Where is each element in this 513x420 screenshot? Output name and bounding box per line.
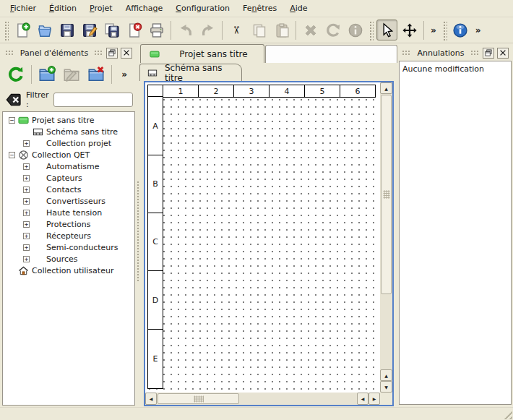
tree-item-label: Collection utilisateur	[32, 266, 113, 275]
clear-filter-icon[interactable]	[6, 92, 22, 108]
tree-item-protections[interactable]: +Protections	[4, 218, 134, 230]
scroll-left-button[interactable]: ◀	[145, 393, 157, 405]
save-as-icon	[82, 22, 98, 38]
menu-fenetres[interactable]: Fenêtres	[236, 1, 283, 16]
save-as-button[interactable]	[79, 20, 100, 40]
select-mode-button[interactable]	[376, 20, 397, 40]
close-undo-panel-button[interactable]	[497, 48, 509, 59]
tab-schema[interactable]: Schéma sans titre	[139, 64, 242, 81]
tree-item-contacts[interactable]: +Contacts	[4, 184, 134, 195]
redo-button[interactable]	[197, 20, 218, 40]
save-button[interactable]	[56, 20, 77, 40]
tree-toggle[interactable]: +	[23, 233, 30, 239]
tree-item-convertisseurs[interactable]: +Convertisseurs	[4, 195, 134, 207]
paste-button[interactable]	[271, 20, 292, 40]
tree-item-sources[interactable]: +Sources	[4, 253, 134, 265]
vertical-scrollbar[interactable]: ▲ ▲ ▼	[380, 82, 392, 393]
schema-canvas[interactable]: 123456 ABCDE	[145, 82, 380, 393]
toolbar-drag-handle[interactable]	[4, 20, 9, 40]
reload-collections-button[interactable]	[4, 63, 27, 86]
horizontal-scroll-thumb[interactable]	[158, 393, 239, 404]
tree-item-collection-utilisateur[interactable]: Collection utilisateur	[4, 265, 134, 276]
tree-item-semi-conducteurs[interactable]: +Semi-conducteurs	[4, 241, 134, 253]
filter-label: Filtrer :	[26, 90, 49, 109]
tree-toggle[interactable]: +	[23, 244, 30, 251]
toolbar-overflow-button[interactable]: »	[472, 25, 485, 35]
tree-item-projet-sans-titre[interactable]: −Projet sans titre	[4, 114, 134, 126]
vertical-scroll-thumb[interactable]	[381, 95, 392, 294]
scroll-right-button[interactable]: ▶	[368, 393, 380, 405]
scroll-up-button[interactable]: ▲	[380, 82, 392, 94]
delete-button[interactable]	[300, 20, 321, 40]
scroll-up-button-2[interactable]: ▲	[380, 369, 392, 381]
tree-item-label: Sources	[46, 254, 78, 264]
arrow-up-icon: ▲	[384, 86, 388, 91]
open-file-button[interactable]	[34, 20, 55, 40]
redo-icon	[200, 22, 216, 38]
menu-configuration[interactable]: Configuration	[169, 1, 236, 16]
float-panel-button[interactable]	[106, 48, 118, 59]
cut-button[interactable]: ✂	[226, 20, 247, 40]
grid-column-2: 2	[198, 85, 234, 98]
menu-edition[interactable]: Édition	[43, 1, 83, 16]
menu-projet[interactable]: Projet	[83, 1, 119, 16]
save-all-button[interactable]	[101, 20, 122, 40]
tree-toggle[interactable]: +	[23, 175, 30, 181]
float-undo-panel-button[interactable]	[483, 48, 494, 59]
scroll-down-button[interactable]: ▼	[380, 381, 392, 393]
close-panel-button[interactable]	[121, 48, 132, 59]
toolbar-drag-handle[interactable]	[442, 20, 447, 40]
main-toolbar: ✂»»	[0, 17, 513, 43]
delete-category-button[interactable]	[85, 63, 108, 86]
elements-panel-toolbar: »	[2, 61, 135, 88]
tree-item-collection-qet[interactable]: −Collection QET	[4, 149, 134, 160]
copy-button[interactable]	[249, 20, 270, 40]
tree-toggle[interactable]: +	[23, 198, 30, 205]
close-file-button[interactable]	[124, 20, 145, 40]
undo-icon	[178, 22, 194, 38]
undo-button[interactable]	[175, 20, 196, 40]
undo-history-entry[interactable]: Aucune modification	[402, 63, 508, 74]
tree-item-recepteurs[interactable]: +Récepteurs	[4, 230, 134, 241]
tree-item-schema-sans-titre[interactable]: Schéma sans titre	[4, 126, 134, 137]
tree-toggle[interactable]: +	[23, 140, 30, 147]
toolbar-overflow-button[interactable]: »	[118, 69, 131, 80]
new-category-button[interactable]	[35, 63, 59, 86]
tree-item-capteurs[interactable]: +Capteurs	[4, 172, 134, 184]
resize-grip[interactable]	[501, 408, 512, 419]
menu-affichage[interactable]: Affichage	[119, 1, 170, 16]
scroll-left-button-2[interactable]: ◀	[357, 393, 368, 405]
tree-toggle[interactable]: +	[23, 163, 30, 170]
tree-toggle[interactable]: +	[23, 256, 30, 262]
edit-category-button[interactable]	[60, 63, 83, 86]
tree-item-haute-tension[interactable]: +Haute tension	[4, 207, 134, 218]
tree-item-automatisme[interactable]: +Automatisme	[4, 160, 134, 172]
tree-toggle[interactable]: +	[23, 187, 30, 193]
toolbar-drag-handle[interactable]	[368, 20, 374, 40]
tab-project[interactable]: Projet sans titre	[140, 44, 264, 63]
folder-icon	[33, 254, 43, 265]
about-button[interactable]	[450, 20, 471, 40]
elements-panel: Panel d'éléments » Filtrer : −Projet san…	[0, 43, 137, 407]
schema-icon	[146, 68, 159, 78]
menu-fichier[interactable]: Fichier	[4, 1, 43, 16]
pan-mode-button[interactable]	[399, 20, 420, 40]
close-file-icon	[126, 22, 142, 38]
tree-toggle[interactable]: −	[9, 152, 15, 158]
tree-item-collection-projet[interactable]: +Collection projet	[4, 137, 134, 149]
new-file-button[interactable]	[12, 20, 33, 40]
tree-toggle[interactable]: +	[23, 210, 30, 216]
element-info-button[interactable]	[345, 20, 366, 40]
undo-panel-titlebar: Annulations	[399, 45, 512, 61]
filter-input[interactable]	[53, 93, 133, 107]
folder-icon	[33, 161, 43, 172]
rotate-button[interactable]	[322, 20, 343, 40]
toolbar-separator	[423, 21, 424, 40]
tree-toggle[interactable]: +	[23, 221, 30, 228]
toolbar-overflow-button[interactable]: »	[427, 25, 440, 35]
tree-toggle[interactable]: −	[9, 117, 15, 124]
schema-tabbar: Schéma sans titre	[137, 63, 397, 81]
print-button[interactable]	[146, 20, 167, 40]
horizontal-scrollbar[interactable]: ◀ ◀ ▶	[145, 393, 380, 405]
menu-aide[interactable]: Aide	[283, 1, 314, 16]
